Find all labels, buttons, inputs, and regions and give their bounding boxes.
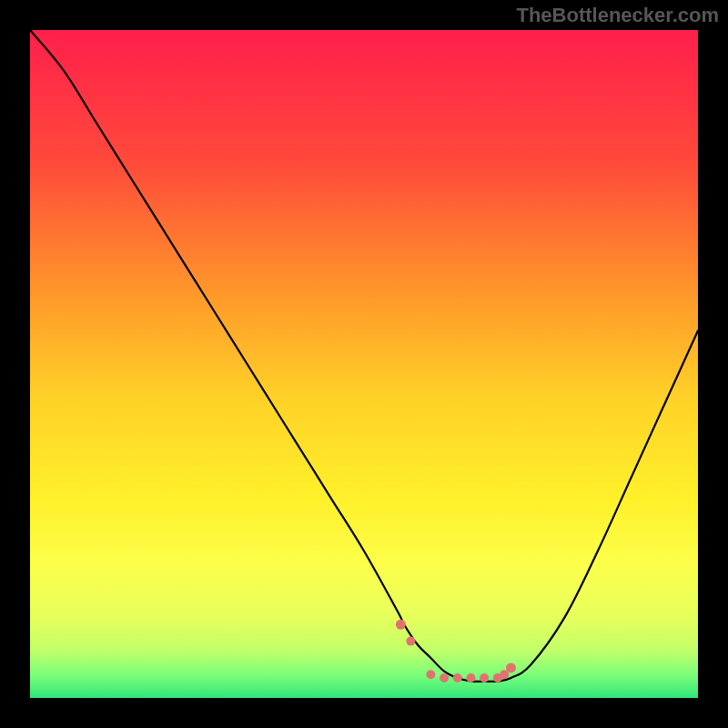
plot-area — [30, 30, 698, 698]
chart-container: TheBottlenecker.com — [0, 0, 728, 728]
highlight-dot — [506, 662, 516, 672]
highlight-dot — [453, 673, 462, 682]
highlight-dot — [426, 670, 435, 679]
bottleneck-curve — [30, 30, 698, 698]
highlight-dot — [396, 620, 406, 630]
watermark-text: TheBottlenecker.com — [516, 4, 719, 27]
highlight-dot — [406, 637, 415, 646]
highlight-dot — [440, 673, 449, 682]
highlight-dot — [466, 673, 475, 682]
highlight-dot — [480, 673, 489, 682]
